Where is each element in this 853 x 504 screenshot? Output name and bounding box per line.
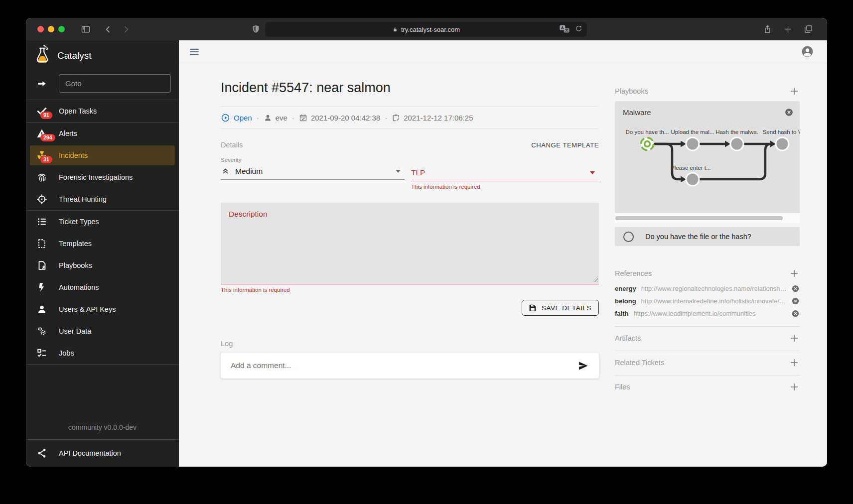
comment-card [221,353,599,378]
address-bar[interactable]: try.catalyst-soar.com [265,22,587,37]
sidebar-item-user-data[interactable]: User Data [26,320,179,342]
playbooks-section-label: Playbooks [615,87,648,95]
remove-reference-icon[interactable] [791,284,800,293]
reference-name: belong [615,297,636,305]
created-timestamp: 2021-09-20 04:42:38 [311,114,380,122]
sidebar-item-label: Automations [59,283,99,291]
sidebar-item-api-documentation[interactable]: API Documentation [26,440,179,467]
share-icon[interactable] [763,24,772,34]
sidebar-item-users-api-keys[interactable]: Users & API Keys [26,298,179,320]
remove-reference-icon[interactable] [791,297,800,305]
calendar-edit-icon [392,114,400,122]
save-details-label: SAVE DETAILS [542,304,591,312]
version-label: community v0.0.0-dev [26,423,179,431]
playbook-node[interactable] [730,137,743,150]
goto-arrow-icon [36,78,48,90]
node-label: Please enter t... [671,165,711,171]
user-icon [264,114,272,122]
tab-overview-icon[interactable] [804,24,813,34]
reference-row: belong http://www.internalredefine.info/… [615,297,800,305]
sidebar-item-label: Threat Hunting [59,195,107,203]
reload-icon[interactable] [575,25,582,34]
sidebar-item-threat-hunting[interactable]: Threat Hunting [26,188,179,210]
sidebar-item-label: Open Tasks [59,107,97,115]
playbook-node[interactable] [686,137,699,150]
playbook-node[interactable] [776,137,789,150]
shield-icon[interactable] [251,24,261,34]
node-label: Send hash to V [763,129,800,135]
sidebar-item-label: Jobs [59,349,74,357]
new-tab-icon[interactable] [784,25,792,33]
playbook-file-icon [36,259,48,271]
sidebar-item-label: Forensic Investigations [59,173,133,181]
artifacts-section-label: Artifacts [615,334,641,342]
status-badge[interactable]: Open [234,114,252,122]
sidebar: Catalyst 91 Open Tasks 2 [26,40,179,467]
reference-name: faith [615,310,628,317]
task-radio[interactable] [623,232,634,242]
playbook-node-start[interactable] [641,138,654,150]
tlp-error: This information is required [411,184,599,190]
playbook-scrollbar [615,213,800,223]
playbook-scrollbar-thumb[interactable] [615,216,783,220]
remove-reference-icon[interactable] [791,309,800,318]
add-artifact-button[interactable] [789,333,800,344]
sidebar-item-alerts[interactable]: 294 Alerts [26,123,179,144]
sidebar-item-templates[interactable]: Templates [26,233,179,254]
add-file-button[interactable] [789,381,800,392]
account-icon[interactable] [801,45,814,58]
save-details-button[interactable]: SAVE DETAILS [522,300,599,316]
status-row: Open · eve · 2021-09-20 04:42:38 · [221,107,599,129]
goto-input[interactable] [59,74,171,93]
minimize-window-button[interactable] [48,26,54,32]
reference-url[interactable]: http://www.internalredefine.info/holisti… [641,297,787,305]
node-label: Hash the malwa. [715,129,758,135]
sidebar-toggle-icon[interactable] [81,24,91,34]
menu-icon[interactable] [189,46,200,57]
checklist-icon [36,347,48,359]
reference-url[interactable]: http://www.regionaltechnologies.name/rel… [641,285,787,292]
severity-value: Medium [235,167,263,176]
app-name: Catalyst [57,50,92,61]
back-icon[interactable] [104,25,113,34]
send-icon[interactable] [577,360,589,372]
sidebar-item-ticket-types[interactable]: Ticket Types [26,211,179,233]
translate-icon[interactable] [559,24,570,35]
add-reference-button[interactable] [789,268,800,279]
sidebar-item-label: Ticket Types [59,218,99,226]
remove-playbook-button[interactable] [784,108,794,117]
playbook-task[interactable]: Do you have the file or the hash? [615,227,800,246]
sidebar-item-open-tasks[interactable]: 91 Open Tasks [26,100,179,122]
zoom-window-button[interactable] [58,26,65,32]
severity-label: Severity [221,157,405,163]
chevron-down-icon [396,170,401,173]
gears-icon [36,325,48,337]
severity-select[interactable]: Medium [221,163,405,180]
description-textarea[interactable] [221,203,599,284]
share-nodes-icon [36,447,48,459]
forward-icon[interactable] [122,25,131,34]
add-playbook-button[interactable] [789,86,800,97]
playbook-graph: Do you have th... Upload the mal... Hash… [615,117,800,206]
reference-row: faith https://www.leadimplement.io/commu… [615,309,800,318]
change-template-button[interactable]: CHANGE TEMPLATE [531,141,599,149]
references-section-label: References [615,269,652,277]
person-icon [36,303,48,315]
sidebar-item-forensic-investigations[interactable]: Forensic Investigations [26,166,179,188]
close-window-button[interactable] [37,26,44,32]
playbook-node[interactable] [686,173,699,186]
sidebar-item-playbooks[interactable]: Playbooks [26,254,179,276]
add-related-ticket-button[interactable] [789,357,800,368]
reference-url[interactable]: https://www.leadimplement.io/communities [633,310,787,317]
tlp-select[interactable]: TLP [411,164,599,181]
warning-icon: 294 [36,127,48,139]
sidebar-item-jobs[interactable]: Jobs [26,342,179,364]
reference-name: energy [615,285,636,292]
sidebar-item-incidents[interactable]: 31 Incidents [30,145,175,165]
related-tickets-section-label: Related Tickets [615,359,664,367]
list-icon [36,216,48,228]
comment-input[interactable] [231,361,577,370]
incidents-badge: 31 [40,156,52,163]
node-label: Do you have th... [626,129,669,135]
sidebar-item-automations[interactable]: Automations [26,276,179,298]
